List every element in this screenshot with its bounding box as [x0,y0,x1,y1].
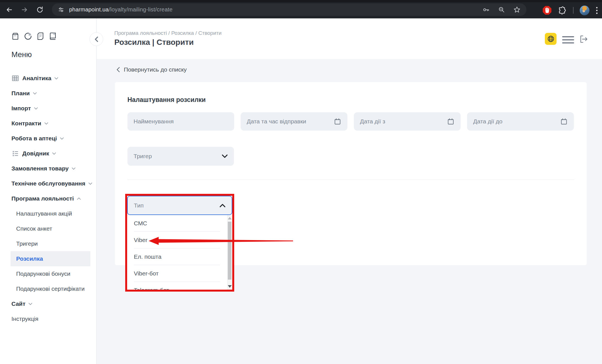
sidebar-item-maintenance[interactable]: Технічне обслуговування [0,176,96,191]
section-title: Налаштування розсилки [127,96,206,104]
send-datetime-input[interactable] [247,118,330,125]
chevron-down-icon [34,107,38,110]
dropdown-scrollbar[interactable] [227,215,232,290]
sidebar-menu-title: Меню [11,50,96,59]
zoom-search-icon[interactable] [498,6,505,13]
bookmark-star-icon[interactable] [513,6,521,14]
valid-to-input[interactable] [473,118,557,125]
calendar-icon[interactable] [560,118,568,125]
forward-icon [20,6,29,14]
chevron-down-icon [33,92,37,95]
trigger-select[interactable]: Тригер [127,147,234,166]
chevron-down-icon [72,167,76,170]
type-option-viber-bot[interactable]: Viber-бот [127,265,232,282]
back-icon [5,6,13,14]
type-option-sms[interactable]: СМС [127,215,232,232]
browser-toolbar: pharmapoint.ua/loyalty/mailing-list/crea… [0,0,602,18]
globe-icon [547,35,555,43]
toolbar-separator [573,7,574,14]
type-options-dropdown: СМС Viber Ел. пошта Viber-бот Telegram-б… [127,215,232,290]
sidebar-item-loyalty-program[interactable]: Програма лояльності [0,191,96,206]
page-title: Розсилка | Створити [114,38,194,47]
send-datetime-field[interactable] [241,112,347,131]
sidebar-subitem-gift-bonuses[interactable]: Подарункові бонуси [0,266,96,281]
browser-reload-button[interactable] [34,4,46,16]
type-option-viber[interactable]: Viber [127,232,232,248]
chevron-up-icon [219,204,226,207]
browser-menu-icon[interactable] [596,7,598,14]
name-field[interactable] [127,112,234,131]
language-globe-button[interactable] [545,33,557,45]
calendar-icon[interactable] [447,118,454,125]
chevron-left-icon [116,67,120,72]
site-info-icon[interactable] [57,6,65,13]
main-content: Повернутись до списку Налаштування розси… [97,59,602,364]
valid-to-field[interactable] [467,112,574,131]
type-select[interactable]: Тип [127,196,232,215]
chevron-down-icon [52,152,56,155]
sidebar-item-import[interactable]: Імпорт [0,101,96,116]
sidebar-subitem-promo-settings[interactable]: Налаштування акцій [0,206,96,221]
valid-from-input[interactable] [360,118,444,125]
chevron-down-icon [28,303,32,305]
logout-icon [579,35,588,44]
sidebar-item-site[interactable]: Сайт [0,296,96,311]
sidebar-item-instruction[interactable]: Інструкція [0,311,96,326]
extensions-puzzle-icon[interactable] [558,6,566,14]
profile-avatar[interactable] [580,6,589,15]
type-option-telegram-bot[interactable]: Telegram-бот [127,282,232,290]
sidebar-item-plans[interactable]: Плани [0,86,96,101]
sidebar-subitem-questionnaires[interactable]: Список анкет [0,221,96,236]
reload-icon [36,6,44,14]
sidebar-item-pharmacy-work[interactable]: Робота в аптеці [0,131,96,146]
adblock-extension-icon[interactable] [542,6,552,15]
sidebar-subitem-mailing-active[interactable]: Розсилка [11,251,90,266]
page-header: Програма лояльності / Розсилка / Створит… [97,18,602,59]
sidebar-collapse-button[interactable] [90,32,103,46]
hamburger-menu-icon[interactable] [562,36,574,43]
sidebar: Меню Аналітика Плани Імпорт Контракти Ро… [0,18,96,364]
sidebar-item-directory[interactable]: Довідник [0,146,96,161]
back-to-list-link[interactable]: Повернутись до списку [116,66,187,73]
password-key-icon[interactable] [482,6,490,14]
chevron-down-icon [60,137,64,140]
list-icon [11,150,19,157]
grid-icon [11,74,19,82]
scrollbar-thumb[interactable] [228,222,231,280]
type-option-email[interactable]: Ел. пошта [127,248,232,265]
chevron-down-icon [222,154,228,158]
breadcrumb[interactable]: Програма лояльності / Розсилка / Створит… [114,30,222,36]
chevron-down-icon [88,182,92,185]
annotation-highlight-box: Тип СМС Viber Ел. пошта Viber-бот Telegr… [125,194,234,292]
archive-box-icon[interactable] [11,32,19,40]
name-input[interactable] [134,118,228,125]
chevron-up-icon [77,197,81,200]
section-divider [127,180,574,180]
calendar-icon[interactable] [334,118,341,125]
logout-button[interactable] [579,35,588,44]
sidebar-subitem-triggers[interactable]: Тригери [0,236,96,251]
url-domain: pharmapoint.ua [69,6,109,13]
browser-back-button[interactable] [3,4,15,16]
scrollbar-down-arrow[interactable] [228,285,232,288]
chevron-down-icon [44,122,48,125]
sidebar-item-goods-order[interactable]: Замовлення товару [0,161,96,176]
book-icon[interactable] [49,32,57,40]
address-bar[interactable]: pharmapoint.ua/loyalty/mailing-list/crea… [52,3,526,16]
pie-chart-icon[interactable] [24,32,32,40]
chevron-left-icon [94,36,99,42]
document-icon[interactable] [37,32,44,40]
browser-forward-button[interactable] [18,4,31,16]
sidebar-item-contracts[interactable]: Контракти [0,116,96,131]
chevron-down-icon [54,77,58,80]
sidebar-subitem-gift-certificates[interactable]: Подарункові сертифікати [0,281,96,296]
sidebar-item-analytics[interactable]: Аналітика [0,71,96,86]
url-path: /loyalty/mailing-list/create [109,6,173,13]
valid-from-field[interactable] [354,112,461,131]
scrollbar-up-arrow[interactable] [228,217,232,219]
